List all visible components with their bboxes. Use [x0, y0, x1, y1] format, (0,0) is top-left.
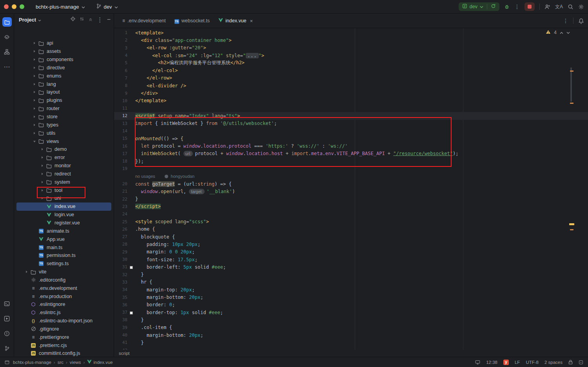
chevron-right-icon[interactable] [31, 74, 38, 78]
chevron-right-icon[interactable] [39, 148, 45, 151]
tab-websocket.ts[interactable]: TSwebsocket.ts [170, 14, 214, 28]
chevron-right-icon[interactable] [39, 156, 45, 159]
tab-options-icon[interactable]: ⋮ [563, 18, 568, 24]
chevron-right-icon[interactable] [31, 50, 38, 53]
tree-item-settings.ts[interactable]: TSsettings.ts [14, 260, 114, 268]
tree-item-directive[interactable]: directive [14, 64, 114, 72]
tree-item-components[interactable]: components [14, 56, 114, 64]
code-with-me-icon[interactable] [544, 4, 550, 10]
tree-item-utils[interactable]: utils [14, 129, 114, 137]
tree-item-login.vue[interactable]: login.vue [14, 211, 114, 219]
chevron-right-icon[interactable] [31, 107, 38, 110]
chevron-right-icon[interactable] [31, 83, 38, 86]
close-window-icon[interactable] [4, 4, 9, 9]
breadcrumb-item[interactable]: script [119, 351, 129, 356]
tree-item-permission.ts[interactable]: TSpermission.ts [14, 251, 114, 260]
run-config-widget[interactable]: dev [459, 2, 499, 11]
tool-problems-button[interactable] [2, 329, 12, 338]
more-options-icon[interactable]: ⋮ [97, 16, 103, 24]
tree-item-commitlint.config.js[interactable]: JScommitlint.config.js [14, 349, 114, 357]
chevron-right-icon[interactable] [39, 172, 45, 175]
status-crumb[interactable]: bchtx-plus-manage [13, 360, 51, 365]
tree-item-error[interactable]: error [14, 154, 114, 162]
tree-item-store[interactable]: store [14, 113, 114, 121]
tool-structure-button[interactable] [2, 47, 12, 56]
zoom-window-icon[interactable] [20, 4, 24, 9]
more-run-actions-button[interactable]: ⋮ [514, 4, 520, 9]
tree-item-.prettierignore[interactable]: ≡.prettierignore [14, 333, 114, 341]
tree-item-.env.production[interactable]: ≡.env.production [14, 292, 114, 300]
chevron-right-icon[interactable] [39, 189, 45, 192]
status-crumb-file[interactable]: index.vue [87, 360, 113, 365]
stripe-warning-mark[interactable] [570, 103, 573, 104]
tool-terminal-button[interactable] [2, 299, 12, 308]
status-crumb[interactable]: src [58, 360, 64, 365]
chevron-right-icon[interactable] [31, 90, 38, 94]
tree-item-plugins[interactable]: plugins [14, 96, 114, 105]
project-window-icon[interactable] [5, 360, 9, 365]
stripe-warning-mark[interactable] [570, 71, 573, 72]
stop-button[interactable] [524, 2, 535, 11]
stripe-warning-mark[interactable] [569, 223, 574, 225]
tree-item-layout[interactable]: layout [14, 88, 114, 96]
translate-icon[interactable]: 文A [555, 4, 563, 9]
tree-item-enums[interactable]: enums [14, 72, 114, 80]
tree-item-tool[interactable]: tool [14, 186, 114, 194]
tree-item-register.vue[interactable]: register.vue [14, 219, 114, 227]
chevron-right-icon[interactable] [31, 66, 38, 69]
tree-item-system[interactable]: system [14, 178, 114, 186]
tree-item-types[interactable]: types [14, 121, 114, 129]
chevron-right-icon[interactable] [24, 270, 30, 273]
tree-item-views[interactable]: views [14, 137, 114, 145]
tree-item-api[interactable]: api [14, 39, 114, 47]
tree-item-redirect[interactable]: redirect [14, 170, 114, 178]
tool-services-button[interactable] [2, 314, 12, 323]
encoding-widget[interactable]: UTF-8 [526, 360, 539, 365]
tree-item-.gitignore[interactable]: .gitignore [14, 325, 114, 333]
status-widget-icon[interactable] [579, 360, 583, 365]
chevron-right-icon[interactable] [31, 58, 38, 61]
chevron-right-icon[interactable] [31, 123, 38, 127]
chevron-down-icon[interactable] [31, 140, 38, 143]
search-everywhere-icon[interactable] [568, 4, 573, 10]
tree-item-assets[interactable]: assets [14, 47, 114, 56]
more-tool-windows-button[interactable]: ⋯ [2, 62, 12, 71]
chevron-right-icon[interactable] [31, 42, 38, 45]
tree-item-.eslintrc-auto-import.json[interactable]: {}.eslintrc-auto-import.json [14, 317, 114, 325]
screen-share-icon[interactable] [475, 360, 480, 365]
chevron-right-icon[interactable] [39, 164, 45, 167]
notifications-bell-icon[interactable] [578, 18, 584, 24]
close-tab-icon[interactable]: × [250, 18, 253, 24]
tree-item-main.ts[interactable]: TSmain.ts [14, 243, 114, 251]
tree-item-index.vue[interactable]: index.vue [16, 202, 111, 211]
project-panel-title[interactable]: Project [19, 17, 36, 23]
tree-item-.eslintrc.js[interactable]: .eslintrc.js [14, 309, 114, 317]
line-separator-widget[interactable]: LF [515, 360, 520, 365]
chevron-right-icon[interactable] [39, 197, 45, 200]
hide-panel-icon[interactable]: − [107, 16, 111, 23]
expand-selection-icon[interactable] [80, 16, 84, 23]
project-widget[interactable]: bchtx-plus-manage [33, 3, 88, 11]
previous-problem-icon[interactable] [560, 30, 563, 35]
settings-gear-icon[interactable] [578, 4, 584, 10]
tree-item-demo[interactable]: demo [14, 145, 114, 154]
chevron-right-icon[interactable] [39, 181, 45, 184]
chevron-right-icon[interactable] [31, 132, 38, 135]
color-swatch-icon[interactable] [130, 266, 133, 269]
tree-item-.prettierrc.cjs[interactable]: JS.prettierrc.cjs [14, 341, 114, 349]
vcs-widget[interactable]: dev [93, 2, 121, 11]
chevron-right-icon[interactable] [31, 115, 38, 118]
tree-item-.env.development[interactable]: ≡.env.development [14, 284, 114, 292]
stripe-warning-mark[interactable] [570, 229, 573, 230]
tree-item-App.vue[interactable]: App.vue [14, 235, 114, 243]
chevron-right-icon[interactable] [31, 99, 38, 102]
tab-.env.development[interactable]: ≡.env.development [118, 14, 170, 28]
rerun-button[interactable] [491, 4, 496, 10]
tree-item-.editorconfig[interactable]: .editorconfig [14, 276, 114, 284]
indent-widget[interactable]: 2 spaces [544, 360, 563, 365]
tree-item-monitor[interactable]: monitor [14, 162, 114, 170]
locate-file-icon[interactable] [70, 16, 76, 23]
color-swatch-icon[interactable] [130, 311, 133, 315]
lock-icon[interactable] [568, 360, 573, 365]
inspections-widget[interactable]: 4 [546, 30, 570, 35]
